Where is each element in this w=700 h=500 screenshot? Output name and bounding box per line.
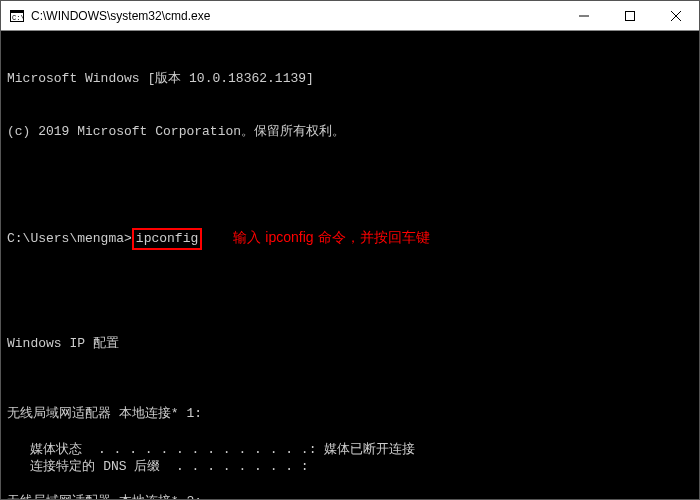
terminal-output[interactable]: Microsoft Windows [版本 10.0.18362.1139] (… <box>1 31 699 499</box>
adapter-title: 无线局域网适配器 本地连接* 2: <box>7 493 693 499</box>
close-button[interactable] <box>653 1 699 30</box>
svg-rect-5 <box>626 11 635 20</box>
ipconfig-title: Windows IP 配置 <box>7 335 693 353</box>
cmd-icon: C:\ <box>9 8 25 24</box>
minimize-button[interactable] <box>561 1 607 30</box>
command-text: ipconfig <box>136 231 198 246</box>
cmd-window: C:\ C:\WINDOWS\system32\cmd.exe Microsof… <box>0 0 700 500</box>
svg-text:C:\: C:\ <box>12 14 24 22</box>
version-line: Microsoft Windows [版本 10.0.18362.1139] <box>7 70 693 88</box>
window-title: C:\WINDOWS\system32\cmd.exe <box>31 9 561 23</box>
config-row: 媒体状态 . . . . . . . . . . . . . .: 媒体已断开连… <box>7 441 693 459</box>
maximize-button[interactable] <box>607 1 653 30</box>
prompt-path: C:\Users\mengma> <box>7 231 132 246</box>
command-highlight-box: ipconfig <box>132 228 202 250</box>
copyright-line: (c) 2019 Microsoft Corporation。保留所有权利。 <box>7 123 693 141</box>
window-controls <box>561 1 699 30</box>
command-annotation: 输入 ipconfig 命令，并按回车键 <box>233 229 429 245</box>
svg-rect-2 <box>11 11 23 13</box>
adapter-title: 无线局域网适配器 本地连接* 1: <box>7 405 693 423</box>
config-row: 连接特定的 DNS 后缀 . . . . . . . . : <box>7 458 693 476</box>
titlebar[interactable]: C:\ C:\WINDOWS\system32\cmd.exe <box>1 1 699 31</box>
command-line: C:\Users\mengma>ipconfig 输入 ipconfig 命令，… <box>7 228 693 248</box>
